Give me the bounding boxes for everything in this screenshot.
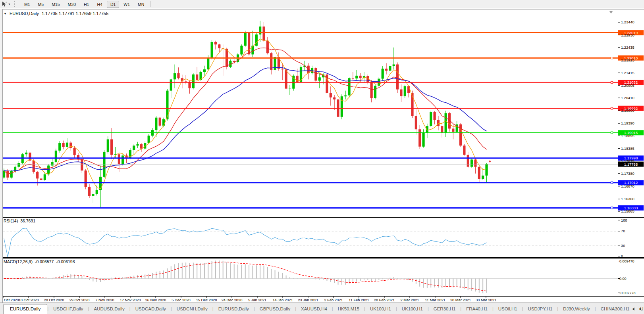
chart-tab-fra40-h1[interactable]: FRA40,H1 [461,304,492,314]
svg-text:1.19390: 1.19390 [621,121,634,125]
timeframe-button-h4[interactable]: H4 [93,1,106,8]
svg-text:1.17875: 1.17875 [621,159,634,163]
svg-text:0.00: 0.00 [619,277,627,281]
chart-tabs-bar: ◄ ► EURUSD,Daily|USDCHF,Daily|AUDUSD,Dai… [0,303,644,314]
svg-text:1.20905: 1.20905 [621,84,634,88]
svg-text:1.22435: 1.22435 [621,46,634,50]
chart-tab-usdcad-daily[interactable]: USDCAD,Daily [131,304,171,314]
timeframe-button-w1[interactable]: W1 [120,1,133,8]
timeframe-button-h1[interactable]: H1 [80,1,93,8]
svg-text:0.009478: 0.009478 [619,259,634,263]
date-label: 17 Nov 2020 [120,298,141,302]
cursor-tool-icon[interactable] [1,1,8,7]
date-label: 7 Nov 2020 [95,298,114,302]
chart-tab-usdcnh-daily[interactable]: USDCNH,Daily [172,304,212,314]
svg-text:1.19900: 1.19900 [621,109,634,113]
tab-scroll-right-icon[interactable]: ► [639,307,642,311]
macd-canvas[interactable]: 0.0094780.00-0.007778 [0,258,644,296]
timeframe-button-m1[interactable]: M1 [21,1,34,8]
svg-text:1.22930: 1.22930 [621,33,634,37]
svg-text:1.18385: 1.18385 [621,147,634,151]
chart-tab-gbpusd-daily[interactable]: GBPUSD,Daily [255,304,295,314]
svg-text:30: 30 [621,244,625,248]
window-menu-caret-icon[interactable]: ▼ [4,12,7,15]
timeframe-buttons: M1M5M15M30H1H4D1W1MN [20,0,148,8]
date-label: 23 Jan 2021 [298,298,318,302]
level-anchor-handle[interactable] [611,81,613,83]
cursor-tool-caret-icon[interactable]: ▼ [8,3,11,6]
svg-text:1.21415: 1.21415 [621,71,634,75]
date-label: 2 Mar 2021 [400,298,419,302]
timeframe-button-mn[interactable]: MN [134,1,148,8]
chart-tab-china300-h1[interactable]: CHINA300,H1 [596,304,634,314]
svg-text:100: 100 [621,218,627,222]
svg-text:0: 0 [621,254,623,257]
date-label: 11 Mar 2021 [425,298,445,302]
chart-tab-usoil-h1[interactable]: USOil,H1 [494,304,522,314]
timeframe-button-m15[interactable]: M15 [48,1,63,8]
chart-tab-usdjpy-h1[interactable]: USDJPY,H1 [523,304,557,314]
level-anchor-handle[interactable] [611,57,613,59]
rsi-label: RSI(14) 36.7691 [4,218,35,223]
chart-tab-eurusd-daily[interactable]: EURUSD,Daily [3,304,47,314]
date-label: 5 Jan 2021 [248,298,266,302]
tab-scroll-left-icon[interactable]: ◄ [631,307,635,311]
chart-tab-hk50-m15[interactable]: HK50,M15 [333,304,364,314]
level-anchor-handle[interactable] [611,132,613,134]
svg-text:1.16870: 1.16870 [621,184,634,188]
rsi-name: RSI(14) [4,218,18,223]
chart-symbol-label: EURUSD,Daily [10,11,39,16]
svg-text:1.18895: 1.18895 [621,134,634,138]
rsi-canvas[interactable]: 10070300 [0,218,644,257]
date-label: 10 Oct 2020 [19,298,39,302]
chart-tab-dj30-weekly[interactable]: DJ30,Weekly [558,304,595,314]
date-label: 14 Jan 2021 [272,298,293,302]
toolbar-divider [150,1,151,7]
level-anchor-handle[interactable] [611,107,613,109]
mt4-window: { "toolbar": { "cursor_tool_icon": "curs… [0,0,644,314]
date-label: 15 Dec 2020 [196,298,217,302]
macd-label: MACD(12,26,9) -0.006577 -0.006193 [4,259,75,264]
svg-text:1.23440: 1.23440 [621,20,634,24]
chart-shift-marker-icon[interactable] [609,11,613,13]
timeframe-button-d1[interactable]: D1 [107,1,119,8]
macd-signal-value: -0.006193 [56,259,75,264]
chart-tab-usdchf-daily[interactable]: USDCHF,Daily [48,304,88,314]
level-anchor-handle[interactable] [611,207,613,209]
toolbar-grip-handle[interactable] [14,1,17,7]
date-label: 29 Oct 2020 [69,298,90,302]
date-label: 20 Oct 2020 [44,298,64,302]
level-anchor-handle[interactable] [611,182,613,184]
main-chart-pane[interactable]: 1.230191.220101.210321.199921.190151.179… [0,9,644,218]
chart-title: ▼ EURUSD,Daily 1.17705 1.17791 1.17659 1… [4,11,108,16]
window-left-edge [0,9,3,303]
svg-text:-0.007778: -0.007778 [619,291,636,295]
svg-text:1.20410: 1.20410 [621,96,634,100]
svg-text:1.16360: 1.16360 [621,197,634,201]
rsi-value: 36.7691 [20,218,35,223]
date-label: 24 Dec 2020 [222,298,243,302]
chart-tab-xauusd-h4[interactable]: XAUUSD,H4 [296,304,332,314]
timeframe-button-m5[interactable]: M5 [35,1,48,8]
main-chart-canvas[interactable]: 1.230191.220101.210321.199921.190151.179… [0,10,644,216]
date-label: 30 Mar 2021 [476,298,496,302]
macd-value: -0.006577 [35,259,54,264]
chart-tab-audusd-daily[interactable]: AUDUSD,Daily [89,304,129,314]
svg-text:1.15865: 1.15865 [621,209,634,213]
date-label: 20 Mar 2021 [450,298,471,302]
timeframe-button-m30[interactable]: M30 [64,1,79,8]
date-label: 1 Oct 2020 [1,298,19,302]
chart-ohlc-values: 1.17705 1.17791 1.17659 1.17755 [42,11,108,16]
svg-text:1.17380: 1.17380 [621,172,634,176]
macd-name: MACD(12,26,9) [4,259,33,264]
chart-tab-uk100-h1[interactable]: UK100,H1 [365,304,396,314]
chart-tab-ger30-h1[interactable]: GER30,H1 [429,304,461,314]
svg-text:1.21925: 1.21925 [621,58,634,62]
date-label: 11 Feb 2021 [349,298,369,302]
rsi-indicator-pane[interactable]: 10070300 [0,217,644,258]
macd-indicator-pane[interactable]: 0.0094780.00-0.007778 [0,258,644,296]
chart-tab-uk100-h1[interactable]: UK100,H1 [397,304,428,314]
chart-tab-eurusd-daily[interactable]: EURUSD,Daily [214,304,254,314]
date-label: 26 Nov 2020 [145,298,166,302]
date-axis[interactable]: 1 Oct 202010 Oct 202020 Oct 202029 Oct 2… [0,296,644,303]
